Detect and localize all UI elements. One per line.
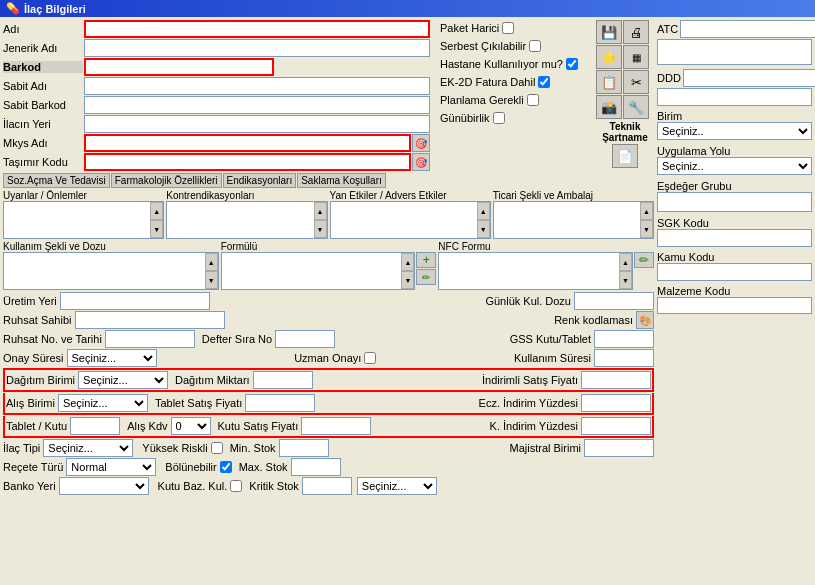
- sgk-scroll: [657, 229, 812, 247]
- kontrendikasyon-scroll-dn[interactable]: ▼: [314, 220, 327, 238]
- uzman-label: Uzman Onayı: [294, 352, 361, 364]
- toolbar-btn-2[interactable]: 🖨: [623, 20, 649, 44]
- renk-icon-btn[interactable]: 🎨: [636, 311, 654, 329]
- ecz-indirim-label: Ecz. İndirim Yüzdesi: [479, 397, 578, 409]
- toolbar-btn-1[interactable]: 💾: [596, 20, 622, 44]
- kritik-stok-input[interactable]: [302, 477, 352, 495]
- yan-etkiler-scroll-up[interactable]: ▲: [477, 202, 490, 220]
- uzman-checkbox[interactable]: [364, 352, 376, 364]
- tab-soz-acma[interactable]: Soz.Açma Ve Tedavisi: [3, 173, 110, 188]
- tablet-satis-input[interactable]: [245, 394, 315, 412]
- uygulama-select[interactable]: Seçiniz..: [657, 157, 812, 175]
- uyarilar-label: Uyarılar / Önlemler: [3, 190, 164, 201]
- ticari-scroll-up[interactable]: ▲: [640, 202, 653, 220]
- dagitim-birimi-select[interactable]: Seçiniz...: [78, 371, 168, 389]
- toolbar-btn-3[interactable]: ⭐: [596, 45, 622, 69]
- mkys-adi-input[interactable]: [84, 134, 411, 152]
- formulu-scroll-up[interactable]: ▲: [401, 253, 414, 271]
- banko-yeri-select[interactable]: [59, 477, 149, 495]
- adi-input[interactable]: [84, 20, 430, 38]
- kutu-satis-input[interactable]: [301, 417, 371, 435]
- toolbar-btn-6[interactable]: ✂: [623, 70, 649, 94]
- kullanim-scroll-up[interactable]: ▲: [205, 253, 218, 271]
- uyarilar-scroll-dn[interactable]: ▼: [150, 220, 163, 238]
- barkod-label: Barkod: [3, 61, 83, 73]
- ruhsat-sahibi-input[interactable]: [75, 311, 225, 329]
- tab-farmakolojik[interactable]: Farmakolojik Özellikleri: [111, 173, 222, 188]
- birim-select[interactable]: Seçiniz..: [657, 122, 812, 140]
- recete-turu-select[interactable]: NormalKırmızıMor: [66, 458, 156, 476]
- barkod-input[interactable]: [84, 58, 274, 76]
- yan-etkiler-label: Yan Etkiler / Advers Etkiler: [330, 190, 491, 201]
- formulu-edit-btn[interactable]: ✏: [416, 269, 436, 285]
- alis-birimi-select[interactable]: Seçiniz...: [58, 394, 148, 412]
- kamu-scroll: [657, 263, 812, 281]
- adi-label: Adı: [3, 23, 83, 35]
- gunluk-input[interactable]: [574, 292, 654, 310]
- ddd-input[interactable]: [683, 69, 815, 87]
- hastane-checkbox[interactable]: [566, 58, 578, 70]
- kutu-baz-checkbox[interactable]: [230, 480, 242, 492]
- kritik-stok-select[interactable]: Seçiniz...: [357, 477, 437, 495]
- jenerik-input[interactable]: [84, 39, 430, 57]
- kontrendikasyon-scroll-up[interactable]: ▲: [314, 202, 327, 220]
- toolbar-btn-7[interactable]: 📸: [596, 95, 622, 119]
- min-stok-input[interactable]: [279, 439, 329, 457]
- defter-input[interactable]: [275, 330, 335, 348]
- toolbar-btn-8[interactable]: 🔧: [623, 95, 649, 119]
- ticari-box: ▲▼: [493, 201, 654, 239]
- formulu-scroll-dn[interactable]: ▼: [401, 271, 414, 289]
- tasimir-icon-btn[interactable]: 🎯: [412, 153, 430, 171]
- tab-endikasyon[interactable]: Endikasyonları: [223, 173, 297, 188]
- nfc-btn[interactable]: ✏: [634, 252, 654, 268]
- alis-kdv-label: Alış Kdv: [127, 420, 167, 432]
- serbest-cikilabilir-checkbox[interactable]: [529, 40, 541, 52]
- kutu-baz-label: Kutu Baz. Kul.: [158, 480, 228, 492]
- teknik-sartname-btn[interactable]: 📄: [612, 144, 638, 168]
- nfc-scroll-dn[interactable]: ▼: [619, 271, 632, 289]
- ilac-tipi-select[interactable]: Seçiniz...: [43, 439, 133, 457]
- onay-suresi-select[interactable]: Seçiniz...: [67, 349, 157, 367]
- yuksek-riskli-checkbox[interactable]: [211, 442, 223, 454]
- atc-input[interactable]: [680, 20, 815, 38]
- max-stok-input[interactable]: [291, 458, 341, 476]
- formulu-add-btn[interactable]: +: [416, 252, 436, 268]
- gss-label: GSS Kutu/Tablet: [510, 333, 591, 345]
- nfc-scroll-up[interactable]: ▲: [619, 253, 632, 271]
- sabit-adi-input[interactable]: [84, 77, 430, 95]
- paket-harici-checkbox[interactable]: [502, 22, 514, 34]
- majistral-input[interactable]: [584, 439, 654, 457]
- indirimli-input[interactable]: [581, 371, 651, 389]
- tasimir-kodu-input[interactable]: [84, 153, 411, 171]
- uyarilar-box: ▲▼: [3, 201, 164, 239]
- sabit-barkod-input[interactable]: [84, 96, 430, 114]
- yan-etkiler-scroll-dn[interactable]: ▼: [477, 220, 490, 238]
- gss-input[interactable]: [594, 330, 654, 348]
- gunubirlik-checkbox[interactable]: [493, 112, 505, 124]
- dagitim-miktari-input[interactable]: [253, 371, 313, 389]
- kullanim-scroll-dn[interactable]: ▼: [205, 271, 218, 289]
- ruhsat-no-input[interactable]: [105, 330, 195, 348]
- yan-etkiler-box: ▲▼: [330, 201, 491, 239]
- uyarilar-scroll-up[interactable]: ▲: [150, 202, 163, 220]
- k-indirim-input[interactable]: [581, 417, 651, 435]
- mkys-icon-btn[interactable]: 🎯: [412, 134, 430, 152]
- ticari-scroll-dn[interactable]: ▼: [640, 220, 653, 238]
- malzeme-input[interactable]: [657, 297, 812, 314]
- ecz-indirim-input[interactable]: [581, 394, 651, 412]
- window-title: İlaç Bilgileri: [24, 3, 86, 15]
- tab-saklama[interactable]: Saklama Koşulları: [297, 173, 386, 188]
- ek2d-checkbox[interactable]: [538, 76, 550, 88]
- tablet-kutu-input[interactable]: [70, 417, 120, 435]
- alis-kdv-select[interactable]: 0818: [171, 417, 211, 435]
- toolbar-btn-5[interactable]: 📋: [596, 70, 622, 94]
- toolbar-btn-4[interactable]: ▦: [623, 45, 649, 69]
- jenerik-label: Jenerik Adı: [3, 42, 83, 54]
- uretim-yeri-input[interactable]: [60, 292, 210, 310]
- dagitim-miktari-label: Dağıtım Miktarı: [175, 374, 250, 386]
- recete-turu-label: Reçete Türü: [3, 461, 63, 473]
- bolunebilir-checkbox[interactable]: [220, 461, 232, 473]
- kullanim-suresi-input[interactable]: [594, 349, 654, 367]
- planlama-checkbox[interactable]: [527, 94, 539, 106]
- ilac-yeri-input[interactable]: [84, 115, 430, 133]
